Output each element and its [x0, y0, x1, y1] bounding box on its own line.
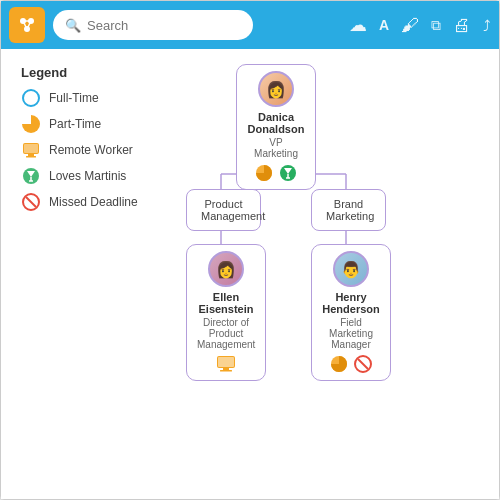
svg-rect-30 [220, 370, 232, 372]
node-henry-badges [322, 354, 380, 374]
legend-label-parttime: Part-Time [49, 117, 101, 131]
node-danica-name: Danica Donaldson [247, 111, 305, 135]
legend-label-missed: Missed Deadline [49, 195, 138, 209]
badge-parttime [254, 163, 274, 183]
fulltime-icon [21, 88, 41, 108]
toolbar-icons: ☁ A 🖌 ⧉ 🖨 ⤴ [349, 14, 491, 36]
cloud-icon[interactable]: ☁ [349, 14, 367, 36]
search-bar[interactable]: 🔍 [53, 10, 253, 40]
text-icon[interactable]: A [379, 17, 389, 33]
avatar-danica: 👩 [258, 71, 294, 107]
search-icon: 🔍 [65, 18, 81, 33]
badge-parttime-henry [329, 354, 349, 374]
legend: Legend Full-Time Part-Time [21, 65, 138, 218]
legend-item-fulltime: Full-Time [21, 88, 138, 108]
svg-rect-29 [223, 368, 229, 370]
legend-item-missed: Missed Deadline [21, 192, 138, 212]
print-icon[interactable]: 🖨 [453, 15, 471, 36]
node-product-mgmt[interactable]: Product Management [186, 189, 261, 231]
node-henry-name: Henry Henderson [322, 291, 380, 315]
node-brand-mktg[interactable]: Brand Marketing [311, 189, 386, 231]
legend-item-parttime: Part-Time [21, 114, 138, 134]
badge-remote [216, 354, 236, 374]
main-content: Legend Full-Time Part-Time [1, 49, 499, 499]
missed-icon [21, 192, 41, 212]
dept-brand-mktg-label: Brand Marketing [326, 198, 374, 222]
legend-label-remote: Remote Worker [49, 143, 133, 157]
search-input[interactable] [87, 18, 241, 33]
toolbar: 🔍 ☁ A 🖌 ⧉ 🖨 ⤴ [1, 1, 499, 49]
avatar-henry: 👨 [333, 251, 369, 287]
node-henry-title: Field Marketing Manager [322, 317, 380, 350]
app-window: 🔍 ☁ A 🖌 ⧉ 🖨 ⤴ Legend Full-Time [0, 0, 500, 500]
node-danica-title: VP Marketing [247, 137, 305, 159]
node-ellen-title: Director of Product Management [197, 317, 255, 350]
node-ellen-badges [197, 354, 255, 374]
legend-label-fulltime: Full-Time [49, 91, 99, 105]
badge-missed-henry [353, 354, 373, 374]
avatar-ellen: 👩 [208, 251, 244, 287]
paint-icon[interactable]: 🖌 [401, 15, 419, 36]
node-ellen-name: Ellen Eisenstein [197, 291, 255, 315]
svg-rect-8 [26, 156, 36, 158]
app-logo[interactable] [9, 7, 45, 43]
share-icon[interactable]: ⤴ [483, 17, 491, 34]
node-henry[interactable]: 👨 Henry Henderson Field Marketing Manage… [311, 244, 391, 381]
svg-line-34 [358, 359, 368, 369]
node-danica[interactable]: 👩 Danica Donaldson VP Marketing [236, 64, 316, 190]
dept-product-mgmt-label: Product Management [201, 198, 265, 222]
svg-rect-31 [218, 357, 234, 367]
svg-rect-9 [24, 144, 38, 153]
martini-icon [21, 166, 41, 186]
svg-rect-7 [28, 154, 34, 156]
org-chart: 👩 Danica Donaldson VP Marketing [181, 59, 489, 489]
legend-title: Legend [21, 65, 138, 80]
legend-label-martini: Loves Martinis [49, 169, 126, 183]
node-danica-badges [247, 163, 305, 183]
copy-icon[interactable]: ⧉ [431, 17, 441, 34]
svg-line-15 [26, 197, 36, 207]
legend-item-remote: Remote Worker [21, 140, 138, 160]
parttime-icon [21, 114, 41, 134]
remote-icon [21, 140, 41, 160]
badge-martini [278, 163, 298, 183]
node-ellen[interactable]: 👩 Ellen Eisenstein Director of Product M… [186, 244, 266, 381]
legend-item-martini: Loves Martinis [21, 166, 138, 186]
